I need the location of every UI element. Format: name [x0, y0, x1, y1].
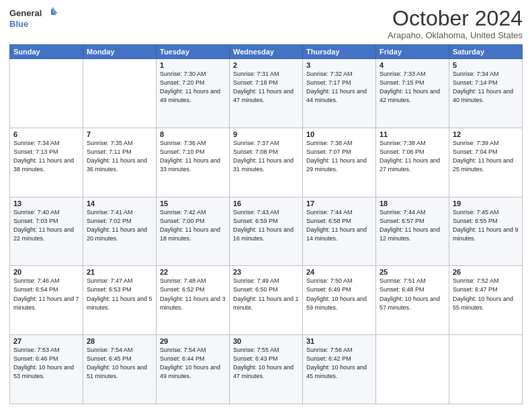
- calendar-week-row: 27Sunrise: 7:53 AM Sunset: 6:46 PM Dayli…: [10, 335, 523, 404]
- day-number: 28: [87, 337, 152, 345]
- day-number: 12: [453, 130, 519, 138]
- day-number: 8: [160, 130, 226, 138]
- weekday-header: Saturday: [449, 45, 523, 59]
- day-info: Sunrise: 7:40 AM Sunset: 7:03 PM Dayligh…: [13, 208, 79, 243]
- day-info: Sunrise: 7:47 AM Sunset: 6:53 PM Dayligh…: [87, 277, 152, 312]
- day-number: 10: [306, 130, 372, 138]
- day-info: Sunrise: 7:32 AM Sunset: 7:17 PM Dayligh…: [306, 70, 372, 105]
- calendar-cell: 13Sunrise: 7:40 AM Sunset: 7:03 PM Dayli…: [10, 197, 83, 266]
- weekday-header: Friday: [376, 45, 449, 59]
- day-info: Sunrise: 7:54 AM Sunset: 6:44 PM Dayligh…: [160, 346, 226, 381]
- logo: General Blue: [9, 7, 58, 31]
- day-number: 23: [233, 268, 299, 276]
- day-info: Sunrise: 7:39 AM Sunset: 7:04 PM Dayligh…: [453, 139, 519, 174]
- calendar-cell: 5Sunrise: 7:34 AM Sunset: 7:14 PM Daylig…: [449, 59, 523, 128]
- calendar-cell: 24Sunrise: 7:50 AM Sunset: 6:49 PM Dayli…: [303, 266, 376, 335]
- day-info: Sunrise: 7:55 AM Sunset: 6:43 PM Dayligh…: [233, 346, 299, 381]
- day-info: Sunrise: 7:42 AM Sunset: 7:00 PM Dayligh…: [160, 208, 226, 243]
- header-row: SundayMondayTuesdayWednesdayThursdayFrid…: [10, 45, 523, 59]
- day-number: 15: [160, 199, 226, 208]
- calendar-cell: 8Sunrise: 7:36 AM Sunset: 7:10 PM Daylig…: [157, 128, 230, 197]
- day-number: 7: [87, 130, 152, 138]
- weekday-header: Wednesday: [230, 45, 303, 59]
- day-info: Sunrise: 7:30 AM Sunset: 7:20 PM Dayligh…: [160, 70, 226, 105]
- day-number: 22: [160, 268, 226, 276]
- day-number: 5: [453, 61, 519, 69]
- day-info: Sunrise: 7:34 AM Sunset: 7:13 PM Dayligh…: [13, 139, 79, 174]
- day-info: Sunrise: 7:51 AM Sunset: 6:48 PM Dayligh…: [380, 277, 445, 312]
- calendar-cell: 18Sunrise: 7:44 AM Sunset: 6:57 PM Dayli…: [376, 197, 449, 266]
- day-number: 29: [160, 337, 226, 345]
- day-number: 9: [233, 130, 299, 138]
- calendar-table: SundayMondayTuesdayWednesdayThursdayFrid…: [9, 44, 523, 404]
- day-number: 4: [380, 61, 445, 69]
- svg-text:Blue: Blue: [9, 19, 28, 29]
- day-info: Sunrise: 7:44 AM Sunset: 6:58 PM Dayligh…: [306, 208, 372, 243]
- day-number: 14: [87, 199, 152, 208]
- day-info: Sunrise: 7:53 AM Sunset: 6:46 PM Dayligh…: [13, 346, 79, 381]
- calendar-cell: [376, 335, 449, 404]
- day-info: Sunrise: 7:44 AM Sunset: 6:57 PM Dayligh…: [380, 208, 445, 243]
- day-info: Sunrise: 7:35 AM Sunset: 7:11 PM Dayligh…: [87, 139, 152, 174]
- day-info: Sunrise: 7:43 AM Sunset: 6:59 PM Dayligh…: [233, 208, 299, 243]
- day-number: 21: [87, 268, 152, 276]
- day-info: Sunrise: 7:34 AM Sunset: 7:14 PM Dayligh…: [453, 70, 519, 105]
- day-info: Sunrise: 7:45 AM Sunset: 6:55 PM Dayligh…: [453, 208, 519, 243]
- calendar-cell: [10, 59, 83, 128]
- calendar-cell: 11Sunrise: 7:38 AM Sunset: 7:06 PM Dayli…: [376, 128, 449, 197]
- day-info: Sunrise: 7:31 AM Sunset: 7:18 PM Dayligh…: [233, 70, 299, 105]
- calendar-cell: 25Sunrise: 7:51 AM Sunset: 6:48 PM Dayli…: [376, 266, 449, 335]
- day-info: Sunrise: 7:37 AM Sunset: 7:08 PM Dayligh…: [233, 139, 299, 174]
- day-number: 27: [13, 337, 79, 345]
- calendar-cell: 10Sunrise: 7:38 AM Sunset: 7:07 PM Dayli…: [303, 128, 376, 197]
- day-info: Sunrise: 7:33 AM Sunset: 7:15 PM Dayligh…: [380, 70, 445, 105]
- calendar-week-row: 6Sunrise: 7:34 AM Sunset: 7:13 PM Daylig…: [10, 128, 523, 197]
- calendar-week-row: 1Sunrise: 7:30 AM Sunset: 7:20 PM Daylig…: [10, 59, 523, 128]
- calendar-cell: 4Sunrise: 7:33 AM Sunset: 7:15 PM Daylig…: [376, 59, 449, 128]
- calendar-cell: 19Sunrise: 7:45 AM Sunset: 6:55 PM Dayli…: [449, 197, 523, 266]
- calendar-cell: [449, 335, 523, 404]
- day-info: Sunrise: 7:49 AM Sunset: 6:50 PM Dayligh…: [233, 277, 299, 312]
- day-number: 19: [453, 199, 519, 208]
- day-info: Sunrise: 7:36 AM Sunset: 7:10 PM Dayligh…: [160, 139, 226, 174]
- calendar-cell: 16Sunrise: 7:43 AM Sunset: 6:59 PM Dayli…: [230, 197, 303, 266]
- calendar-cell: 12Sunrise: 7:39 AM Sunset: 7:04 PM Dayli…: [449, 128, 523, 197]
- calendar-cell: 7Sunrise: 7:35 AM Sunset: 7:11 PM Daylig…: [83, 128, 157, 197]
- calendar-cell: 27Sunrise: 7:53 AM Sunset: 6:46 PM Dayli…: [10, 335, 83, 404]
- header: General Blue October 2024 Arapaho, Oklah…: [9, 7, 523, 40]
- day-info: Sunrise: 7:52 AM Sunset: 6:47 PM Dayligh…: [453, 277, 519, 312]
- calendar-cell: 26Sunrise: 7:52 AM Sunset: 6:47 PM Dayli…: [449, 266, 523, 335]
- calendar-cell: 9Sunrise: 7:37 AM Sunset: 7:08 PM Daylig…: [230, 128, 303, 197]
- calendar-cell: 3Sunrise: 7:32 AM Sunset: 7:17 PM Daylig…: [303, 59, 376, 128]
- calendar-page: General Blue October 2024 Arapaho, Oklah…: [0, 0, 532, 411]
- day-info: Sunrise: 7:38 AM Sunset: 7:07 PM Dayligh…: [306, 139, 372, 174]
- calendar-cell: 29Sunrise: 7:54 AM Sunset: 6:44 PM Dayli…: [157, 335, 230, 404]
- svg-marker-3: [52, 7, 58, 13]
- day-number: 26: [453, 268, 519, 276]
- calendar-week-row: 20Sunrise: 7:46 AM Sunset: 6:54 PM Dayli…: [10, 266, 523, 335]
- calendar-cell: 1Sunrise: 7:30 AM Sunset: 7:20 PM Daylig…: [157, 59, 230, 128]
- day-number: 30: [233, 337, 299, 345]
- day-number: 13: [13, 199, 79, 208]
- day-info: Sunrise: 7:56 AM Sunset: 6:42 PM Dayligh…: [306, 346, 372, 381]
- title-block: October 2024 Arapaho, Oklahoma, United S…: [388, 7, 523, 40]
- calendar-cell: 2Sunrise: 7:31 AM Sunset: 7:18 PM Daylig…: [230, 59, 303, 128]
- calendar-week-row: 13Sunrise: 7:40 AM Sunset: 7:03 PM Dayli…: [10, 197, 523, 266]
- day-number: 16: [233, 199, 299, 208]
- weekday-header: Sunday: [10, 45, 83, 59]
- day-number: 18: [380, 199, 445, 208]
- day-number: 24: [306, 268, 372, 276]
- day-info: Sunrise: 7:50 AM Sunset: 6:49 PM Dayligh…: [306, 277, 372, 312]
- calendar-cell: 28Sunrise: 7:54 AM Sunset: 6:45 PM Dayli…: [83, 335, 157, 404]
- day-info: Sunrise: 7:48 AM Sunset: 6:52 PM Dayligh…: [160, 277, 226, 312]
- calendar-cell: 20Sunrise: 7:46 AM Sunset: 6:54 PM Dayli…: [10, 266, 83, 335]
- calendar-cell: 23Sunrise: 7:49 AM Sunset: 6:50 PM Dayli…: [230, 266, 303, 335]
- location: Arapaho, Oklahoma, United States: [388, 30, 523, 40]
- weekday-header: Tuesday: [157, 45, 230, 59]
- day-number: 6: [13, 130, 79, 138]
- weekday-header: Monday: [83, 45, 157, 59]
- calendar-cell: 30Sunrise: 7:55 AM Sunset: 6:43 PM Dayli…: [230, 335, 303, 404]
- day-info: Sunrise: 7:38 AM Sunset: 7:06 PM Dayligh…: [380, 139, 445, 174]
- calendar-cell: 14Sunrise: 7:41 AM Sunset: 7:02 PM Dayli…: [83, 197, 157, 266]
- day-number: 11: [380, 130, 445, 138]
